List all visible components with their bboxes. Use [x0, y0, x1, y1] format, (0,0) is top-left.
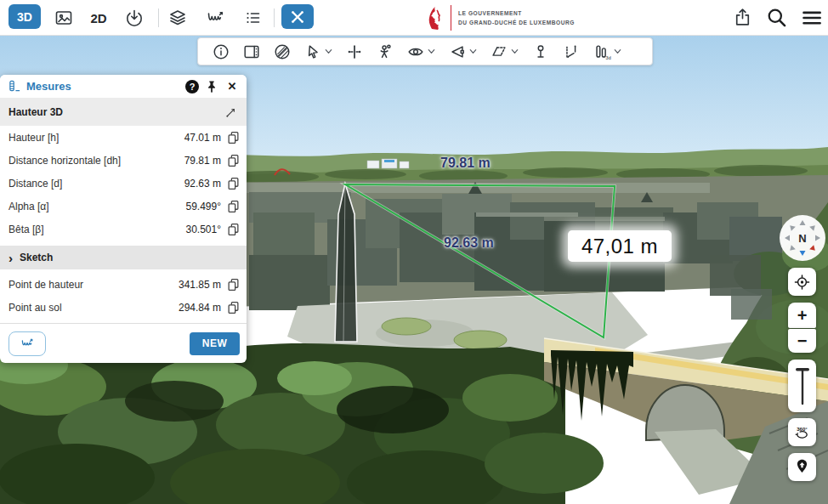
copy-button[interactable] — [227, 301, 240, 314]
chevron-down-icon — [613, 47, 622, 56]
rotate-360-button[interactable]: 360° — [788, 418, 816, 446]
row-value: 59.499° — [185, 201, 221, 212]
sketch-toggle[interactable]: › Sketch — [0, 246, 247, 269]
tilt-slider[interactable] — [788, 360, 816, 412]
shadow-box-icon — [490, 42, 508, 61]
logo-divider — [451, 5, 451, 31]
copy-icon — [227, 154, 240, 167]
row-label: Alpha [α] — [9, 201, 185, 212]
rotate-360-icon: 360° — [793, 422, 811, 444]
close-icon: ✕ — [228, 80, 237, 93]
row-label: Point au sol — [9, 302, 179, 314]
measure-row: Point de hauteur 341.85 m — [0, 273, 247, 296]
chevron-right-icon: › — [9, 252, 13, 264]
row-value: 294.84 m — [179, 302, 221, 314]
sketch-label: Sketch — [20, 252, 53, 263]
view-cone-button[interactable] — [443, 39, 483, 65]
layers-button[interactable] — [167, 8, 189, 28]
building-3d-icon: 3d — [593, 42, 611, 61]
measure-pick-icon[interactable] — [224, 105, 238, 119]
contrast-button[interactable] — [268, 39, 297, 65]
download-icon — [124, 8, 145, 28]
header-separator — [274, 8, 275, 27]
background-gallery-button[interactable] — [53, 8, 75, 28]
copy-button[interactable] — [227, 200, 240, 212]
measure-3d-button[interactable] — [557, 39, 586, 65]
swipe-tool-button[interactable] — [340, 39, 369, 65]
info-icon — [212, 42, 230, 61]
redraw-button[interactable] — [9, 331, 46, 356]
mode-3d-button[interactable]: 3D — [9, 4, 41, 29]
search-button[interactable] — [765, 6, 788, 29]
streetview-button[interactable] — [371, 39, 400, 65]
chevron-down-icon — [510, 47, 519, 56]
share-button[interactable] — [732, 7, 753, 28]
measure-label-dh: 79.81 m — [440, 156, 491, 171]
zoom-in-button[interactable]: + — [788, 303, 816, 328]
search-icon — [765, 6, 788, 29]
copy-icon — [227, 131, 240, 144]
row-value: 92.63 m — [184, 178, 221, 190]
list-icon — [242, 8, 263, 28]
building-slice-button[interactable]: 3d — [587, 39, 627, 65]
catalog-button[interactable] — [241, 8, 264, 28]
hamburger-icon — [800, 6, 823, 29]
contrast-icon — [273, 42, 292, 61]
measure-3d-icon — [562, 42, 581, 61]
ground-view-button[interactable] — [788, 453, 816, 481]
compass-north-label: N — [798, 232, 806, 245]
mode-2d-button[interactable]: 2D — [86, 8, 111, 28]
gov-logo: LE GOUVERNEMENT DU GRAND-DUCHÉ DE LUXEMB… — [425, 3, 575, 32]
info-button[interactable] — [207, 39, 235, 65]
slider-handle-icon — [792, 364, 813, 408]
measure-row: Hauteur [h] 47.01 m — [0, 126, 247, 149]
chevron-down-icon — [324, 47, 333, 56]
copy-button[interactable] — [227, 177, 240, 190]
select-tool-button[interactable] — [298, 39, 338, 65]
measure-row: Distance [d] 92.63 m — [0, 172, 247, 195]
copy-button[interactable] — [227, 278, 240, 291]
lion-icon — [425, 5, 445, 31]
chevron-down-icon — [427, 47, 436, 56]
copy-button[interactable] — [227, 154, 240, 167]
geolocate-icon — [793, 273, 811, 292]
panel-footer: NEW — [0, 323, 247, 363]
lamp-tool-button[interactable] — [526, 39, 555, 65]
row-label: Distance [d] — [9, 178, 184, 190]
copy-icon — [227, 301, 240, 314]
row-value: 30.501° — [185, 224, 221, 235]
row-label: Bêta [β] — [9, 224, 185, 235]
themes-button[interactable] — [204, 8, 226, 28]
ground-view-pin-icon — [793, 457, 811, 477]
pin-button[interactable] — [204, 79, 219, 94]
eye-icon — [406, 42, 425, 61]
measure-tools-button[interactable] — [281, 4, 314, 29]
view-cone-icon — [448, 42, 467, 61]
visibility-tool-button[interactable] — [401, 39, 441, 65]
close-button[interactable]: ✕ — [224, 79, 240, 94]
crossed-tools-icon — [287, 7, 308, 27]
copy-icon — [227, 177, 240, 190]
image-icon — [54, 8, 74, 28]
cursor-icon — [303, 42, 322, 61]
copy-button[interactable] — [227, 223, 240, 235]
measure-row: Distance horizontale [dh] 79.81 m — [0, 149, 247, 172]
copy-button[interactable] — [227, 131, 240, 144]
download-button[interactable] — [123, 8, 145, 28]
top-header: 3D 2D — [0, 0, 828, 36]
measure-row: Alpha [α] 59.499° — [0, 195, 247, 218]
minus-icon: − — [797, 332, 808, 349]
swipe-icon — [345, 42, 364, 61]
compass[interactable]: N — [778, 213, 827, 263]
measure-row: Bêta [β] 30.501° — [0, 218, 247, 241]
menu-button[interactable] — [800, 6, 823, 29]
split-screen-button[interactable] — [237, 39, 266, 65]
new-measure-button[interactable]: NEW — [190, 332, 240, 355]
pin-icon — [206, 80, 218, 93]
shadows-tool-button[interactable] — [485, 39, 525, 65]
geolocate-button[interactable] — [788, 268, 816, 296]
zoom-out-button[interactable]: − — [788, 329, 816, 353]
help-button[interactable]: ? — [185, 80, 199, 93]
draw-wave-icon — [20, 336, 35, 351]
svg-text:3d: 3d — [606, 54, 611, 59]
